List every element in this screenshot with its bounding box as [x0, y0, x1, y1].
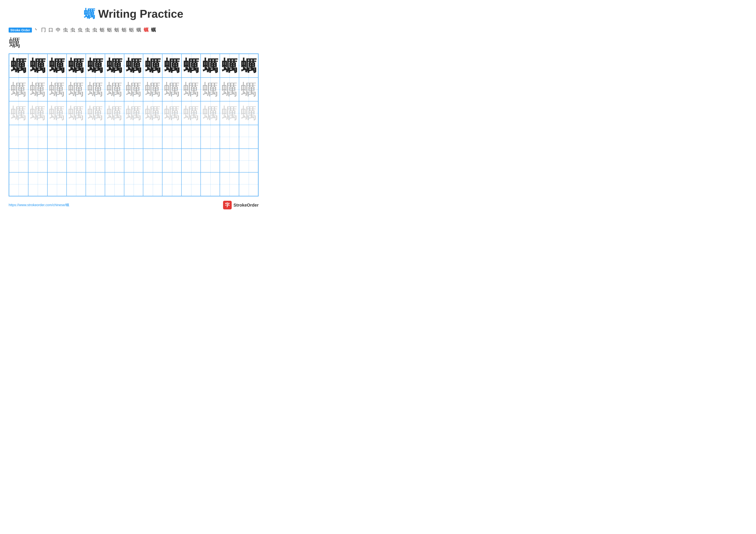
table-row[interactable] [67, 172, 86, 196]
table-row: 蠣 [105, 78, 124, 101]
table-row: 蠣 [220, 78, 239, 101]
table-row[interactable] [47, 125, 67, 149]
stroke-step-3: 口 [48, 27, 54, 33]
table-row: 蠣 [28, 78, 47, 101]
table-row[interactable] [105, 172, 124, 196]
table-row[interactable] [9, 172, 28, 196]
logo-text: StrokeOrder [233, 203, 258, 208]
table-row[interactable] [124, 149, 143, 172]
table-row[interactable] [105, 149, 124, 172]
stroke-step-12: 蛎 [114, 27, 120, 33]
table-row: 蠣 [47, 78, 67, 101]
practice-grid: 蠣蠣蠣蠣蠣蠣蠣蠣蠣蠣蠣蠣蠣蠣蠣蠣蠣蠣蠣蠣蠣蠣蠣蠣蠣蠣蠣蠣蠣蠣蠣蠣蠣蠣蠣蠣蠣蠣蠣 [9, 53, 258, 196]
table-row[interactable] [239, 125, 258, 149]
table-row[interactable] [86, 125, 105, 149]
table-row: 蠣 [181, 101, 201, 125]
page-title-area: 蠣 Writing Practice [9, 7, 258, 21]
table-row[interactable] [124, 125, 143, 149]
stroke-step-7: 虫 [77, 27, 83, 33]
table-row: 蠣 [28, 54, 47, 78]
stroke-step-5: 虫 [63, 27, 68, 33]
table-row[interactable] [143, 172, 162, 196]
title-character: 蠣 [84, 8, 95, 20]
table-row: 蠣 [47, 101, 67, 125]
logo-icon: 字 [223, 201, 232, 209]
table-row[interactable] [124, 172, 143, 196]
table-row: 蠣 [86, 54, 105, 78]
stroke-order-badge: Stroke Order [9, 28, 32, 33]
stroke-step-15: 蠣 [136, 27, 142, 33]
table-row[interactable] [67, 125, 86, 149]
table-row: 蠣 [239, 101, 258, 125]
table-row: 蠣 [143, 101, 162, 125]
table-row[interactable] [9, 149, 28, 172]
table-row[interactable] [47, 172, 67, 196]
table-row[interactable] [201, 149, 220, 172]
footer-logo: 字 StrokeOrder [223, 201, 258, 209]
table-row: 蠣 [162, 101, 181, 125]
stroke-step-9: 虫 [92, 27, 98, 33]
stroke-step-17: 蠣 [150, 27, 156, 33]
footer: https://www.strokeorder.com/chinese/蠣 字 … [9, 201, 258, 209]
table-row[interactable] [9, 125, 28, 149]
table-row: 蠣 [181, 54, 201, 78]
table-row[interactable] [28, 172, 47, 196]
table-row: 蠣 [239, 54, 258, 78]
table-row: 蠣 [9, 101, 28, 125]
table-row: 蠣 [201, 101, 220, 125]
table-row: 蠣 [47, 54, 67, 78]
table-row: 蠣 [162, 78, 181, 101]
big-char-display: 蠣 [9, 35, 258, 50]
table-row: 蠣 [124, 54, 143, 78]
table-row[interactable] [201, 125, 220, 149]
table-row[interactable] [28, 125, 47, 149]
table-row[interactable] [86, 172, 105, 196]
stroke-order-row: Stroke Order 丶 冂 口 中 虫 虫 虫 虫 虫 蛎 蛎 蛎 蛎 蛎… [9, 27, 258, 33]
table-row[interactable] [47, 149, 67, 172]
title-text: Writing Practice [98, 8, 183, 20]
table-row: 蠣 [201, 78, 220, 101]
table-row[interactable] [181, 149, 201, 172]
table-row: 蠣 [239, 78, 258, 101]
table-row[interactable] [86, 149, 105, 172]
table-row: 蠣 [86, 78, 105, 101]
table-row[interactable] [181, 172, 201, 196]
table-row: 蠣 [86, 101, 105, 125]
table-row: 蠣 [143, 78, 162, 101]
table-row[interactable] [105, 125, 124, 149]
footer-url[interactable]: https://www.strokeorder.com/chinese/蠣 [9, 203, 69, 207]
table-row[interactable] [162, 149, 181, 172]
stroke-step-10: 蛎 [99, 27, 105, 33]
table-row: 蠣 [28, 101, 47, 125]
table-row[interactable] [239, 149, 258, 172]
table-row: 蠣 [105, 101, 124, 125]
stroke-step-14: 蛎 [128, 27, 134, 33]
table-row[interactable] [28, 149, 47, 172]
stroke-step-13: 蛎 [121, 27, 127, 33]
table-row[interactable] [143, 125, 162, 149]
stroke-step-1: 丶 [33, 27, 39, 33]
table-row[interactable] [220, 172, 239, 196]
table-row[interactable] [239, 172, 258, 196]
table-row[interactable] [220, 149, 239, 172]
table-row: 蠣 [143, 54, 162, 78]
stroke-step-4: 中 [55, 27, 61, 33]
stroke-step-8: 虫 [85, 27, 91, 33]
table-row: 蠣 [9, 54, 28, 78]
table-row[interactable] [181, 125, 201, 149]
stroke-step-16: 蠣 [143, 27, 149, 33]
table-row: 蠣 [220, 54, 239, 78]
table-row[interactable] [162, 125, 181, 149]
stroke-step-11: 蛎 [106, 27, 113, 33]
table-row[interactable] [201, 172, 220, 196]
table-row: 蠣 [9, 78, 28, 101]
table-row[interactable] [220, 125, 239, 149]
table-row[interactable] [143, 149, 162, 172]
table-row: 蠣 [105, 54, 124, 78]
table-row: 蠣 [124, 78, 143, 101]
table-row: 蠣 [67, 78, 86, 101]
table-row[interactable] [67, 149, 86, 172]
stroke-step-6: 虫 [70, 27, 76, 33]
table-row[interactable] [162, 172, 181, 196]
table-row: 蠣 [124, 101, 143, 125]
